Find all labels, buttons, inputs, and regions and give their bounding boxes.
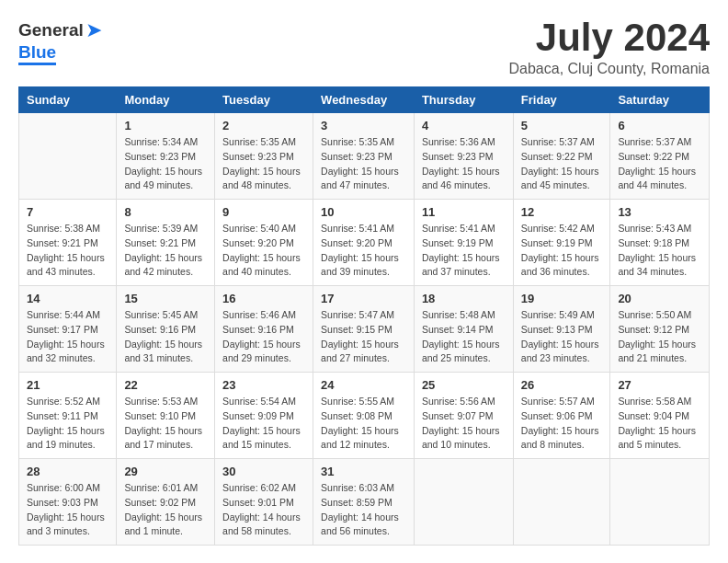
calendar-cell: 29Sunrise: 6:01 AM Sunset: 9:02 PM Dayli… bbox=[117, 459, 215, 546]
day-info: Sunrise: 5:57 AM Sunset: 9:06 PM Dayligh… bbox=[521, 395, 603, 453]
day-number: 27 bbox=[618, 378, 701, 392]
logo-blue-text: Blue bbox=[18, 42, 56, 65]
day-number: 16 bbox=[222, 292, 305, 305]
day-number: 25 bbox=[422, 378, 506, 392]
week-row-1: 1Sunrise: 5:34 AM Sunset: 9:23 PM Daylig… bbox=[19, 113, 710, 200]
calendar-cell: 16Sunrise: 5:46 AM Sunset: 9:16 PM Dayli… bbox=[215, 286, 313, 373]
day-number: 12 bbox=[521, 205, 603, 219]
day-number: 9 bbox=[222, 205, 305, 219]
column-header-thursday: Thursday bbox=[414, 87, 513, 113]
logo-bird-icon: ➤ bbox=[85, 18, 102, 42]
week-row-4: 21Sunrise: 5:52 AM Sunset: 9:11 PM Dayli… bbox=[19, 373, 710, 459]
calendar-cell: 12Sunrise: 5:42 AM Sunset: 9:19 PM Dayli… bbox=[513, 200, 610, 286]
calendar-table: SundayMondayTuesdayWednesdayThursdayFrid… bbox=[18, 86, 710, 546]
week-row-5: 28Sunrise: 6:00 AM Sunset: 9:03 PM Dayli… bbox=[19, 459, 710, 546]
column-header-friday: Friday bbox=[513, 87, 610, 113]
week-row-3: 14Sunrise: 5:44 AM Sunset: 9:17 PM Dayli… bbox=[19, 286, 710, 373]
day-number: 26 bbox=[521, 378, 603, 392]
calendar-cell: 6Sunrise: 5:37 AM Sunset: 9:22 PM Daylig… bbox=[610, 113, 710, 200]
day-number: 29 bbox=[124, 465, 207, 478]
calendar-cell: 3Sunrise: 5:35 AM Sunset: 9:23 PM Daylig… bbox=[313, 113, 415, 200]
calendar-cell: 20Sunrise: 5:50 AM Sunset: 9:12 PM Dayli… bbox=[610, 286, 710, 373]
day-number: 13 bbox=[618, 205, 701, 219]
week-row-2: 7Sunrise: 5:38 AM Sunset: 9:21 PM Daylig… bbox=[19, 200, 710, 286]
day-info: Sunrise: 5:52 AM Sunset: 9:11 PM Dayligh… bbox=[27, 395, 108, 453]
day-number: 14 bbox=[27, 292, 108, 305]
day-info: Sunrise: 5:53 AM Sunset: 9:10 PM Dayligh… bbox=[124, 395, 207, 453]
day-info: Sunrise: 5:46 AM Sunset: 9:16 PM Dayligh… bbox=[222, 308, 305, 366]
calendar-cell: 2Sunrise: 5:35 AM Sunset: 9:23 PM Daylig… bbox=[215, 113, 313, 200]
column-header-sunday: Sunday bbox=[19, 87, 117, 113]
day-number: 18 bbox=[422, 292, 506, 305]
day-number: 6 bbox=[618, 119, 701, 132]
calendar-cell: 19Sunrise: 5:49 AM Sunset: 9:13 PM Dayli… bbox=[513, 286, 610, 373]
day-info: Sunrise: 5:56 AM Sunset: 9:07 PM Dayligh… bbox=[422, 395, 506, 453]
calendar-cell bbox=[19, 113, 117, 200]
day-info: Sunrise: 6:02 AM Sunset: 9:01 PM Dayligh… bbox=[222, 481, 305, 539]
calendar-cell: 17Sunrise: 5:47 AM Sunset: 9:15 PM Dayli… bbox=[313, 286, 415, 373]
day-number: 1 bbox=[124, 119, 207, 132]
calendar-cell: 27Sunrise: 5:58 AM Sunset: 9:04 PM Dayli… bbox=[610, 373, 710, 459]
calendar-cell: 30Sunrise: 6:02 AM Sunset: 9:01 PM Dayli… bbox=[215, 459, 313, 546]
day-info: Sunrise: 5:37 AM Sunset: 9:22 PM Dayligh… bbox=[618, 135, 701, 193]
day-number: 28 bbox=[27, 465, 108, 478]
day-number: 11 bbox=[422, 205, 506, 219]
day-number: 8 bbox=[124, 205, 207, 219]
title-section: July 2024 Dabaca, Cluj County, Romania bbox=[509, 18, 710, 77]
calendar-cell: 13Sunrise: 5:43 AM Sunset: 9:18 PM Dayli… bbox=[610, 200, 710, 286]
calendar-cell: 4Sunrise: 5:36 AM Sunset: 9:23 PM Daylig… bbox=[414, 113, 513, 200]
calendar-cell: 24Sunrise: 5:55 AM Sunset: 9:08 PM Dayli… bbox=[313, 373, 415, 459]
day-info: Sunrise: 5:54 AM Sunset: 9:09 PM Dayligh… bbox=[222, 395, 305, 453]
day-number: 30 bbox=[222, 465, 305, 478]
day-number: 7 bbox=[27, 205, 108, 219]
day-info: Sunrise: 5:55 AM Sunset: 9:08 PM Dayligh… bbox=[321, 395, 406, 453]
day-info: Sunrise: 5:44 AM Sunset: 9:17 PM Dayligh… bbox=[27, 308, 108, 366]
column-headers: SundayMondayTuesdayWednesdayThursdayFrid… bbox=[19, 87, 710, 113]
calendar-cell: 31Sunrise: 6:03 AM Sunset: 8:59 PM Dayli… bbox=[313, 459, 415, 546]
day-info: Sunrise: 5:39 AM Sunset: 9:21 PM Dayligh… bbox=[124, 222, 207, 280]
day-info: Sunrise: 5:36 AM Sunset: 9:23 PM Dayligh… bbox=[422, 135, 506, 193]
calendar-cell: 23Sunrise: 5:54 AM Sunset: 9:09 PM Dayli… bbox=[215, 373, 313, 459]
calendar-cell: 25Sunrise: 5:56 AM Sunset: 9:07 PM Dayli… bbox=[414, 373, 513, 459]
day-info: Sunrise: 5:35 AM Sunset: 9:23 PM Dayligh… bbox=[222, 135, 305, 193]
calendar-cell: 22Sunrise: 5:53 AM Sunset: 9:10 PM Dayli… bbox=[117, 373, 215, 459]
column-header-saturday: Saturday bbox=[610, 87, 710, 113]
day-info: Sunrise: 5:38 AM Sunset: 9:21 PM Dayligh… bbox=[27, 222, 108, 280]
day-info: Sunrise: 5:48 AM Sunset: 9:14 PM Dayligh… bbox=[422, 308, 506, 366]
day-number: 22 bbox=[124, 378, 207, 392]
calendar-cell bbox=[610, 459, 710, 546]
calendar-cell: 1Sunrise: 5:34 AM Sunset: 9:23 PM Daylig… bbox=[117, 113, 215, 200]
logo-general-text: General bbox=[18, 20, 84, 40]
day-number: 24 bbox=[321, 378, 406, 392]
calendar-cell: 5Sunrise: 5:37 AM Sunset: 9:22 PM Daylig… bbox=[513, 113, 610, 200]
day-number: 23 bbox=[222, 378, 305, 392]
day-number: 3 bbox=[321, 119, 406, 132]
calendar-cell: 9Sunrise: 5:40 AM Sunset: 9:20 PM Daylig… bbox=[215, 200, 313, 286]
day-info: Sunrise: 5:34 AM Sunset: 9:23 PM Dayligh… bbox=[124, 135, 207, 193]
day-info: Sunrise: 5:41 AM Sunset: 9:19 PM Dayligh… bbox=[422, 222, 506, 280]
month-title: July 2024 bbox=[509, 18, 710, 57]
column-header-wednesday: Wednesday bbox=[313, 87, 415, 113]
day-number: 21 bbox=[27, 378, 108, 392]
day-info: Sunrise: 5:49 AM Sunset: 9:13 PM Dayligh… bbox=[521, 308, 603, 366]
day-info: Sunrise: 6:03 AM Sunset: 8:59 PM Dayligh… bbox=[321, 481, 406, 539]
calendar-cell: 11Sunrise: 5:41 AM Sunset: 9:19 PM Dayli… bbox=[414, 200, 513, 286]
calendar-cell: 15Sunrise: 5:45 AM Sunset: 9:16 PM Dayli… bbox=[117, 286, 215, 373]
calendar-cell: 10Sunrise: 5:41 AM Sunset: 9:20 PM Dayli… bbox=[313, 200, 415, 286]
day-number: 5 bbox=[521, 119, 603, 132]
calendar-cell: 7Sunrise: 5:38 AM Sunset: 9:21 PM Daylig… bbox=[19, 200, 117, 286]
calendar-cell: 28Sunrise: 6:00 AM Sunset: 9:03 PM Dayli… bbox=[19, 459, 117, 546]
calendar-cell bbox=[414, 459, 513, 546]
calendar-cell: 14Sunrise: 5:44 AM Sunset: 9:17 PM Dayli… bbox=[19, 286, 117, 373]
day-number: 31 bbox=[321, 465, 406, 478]
day-info: Sunrise: 6:01 AM Sunset: 9:02 PM Dayligh… bbox=[124, 481, 207, 539]
calendar-cell: 8Sunrise: 5:39 AM Sunset: 9:21 PM Daylig… bbox=[117, 200, 215, 286]
calendar-cell bbox=[513, 459, 610, 546]
calendar-cell: 26Sunrise: 5:57 AM Sunset: 9:06 PM Dayli… bbox=[513, 373, 610, 459]
day-number: 20 bbox=[618, 292, 701, 305]
day-number: 19 bbox=[521, 292, 603, 305]
location-subtitle: Dabaca, Cluj County, Romania bbox=[509, 61, 710, 77]
day-info: Sunrise: 5:50 AM Sunset: 9:12 PM Dayligh… bbox=[618, 308, 701, 366]
day-info: Sunrise: 6:00 AM Sunset: 9:03 PM Dayligh… bbox=[27, 481, 108, 539]
calendar-cell: 18Sunrise: 5:48 AM Sunset: 9:14 PM Dayli… bbox=[414, 286, 513, 373]
